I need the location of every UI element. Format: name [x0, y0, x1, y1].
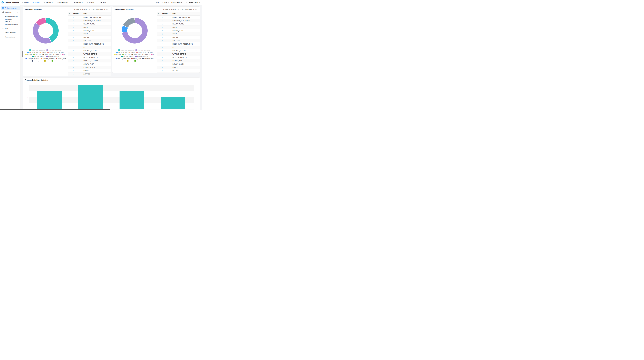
legend-swatch	[42, 54, 44, 55]
task-state-table: # Number State 6SUBMITTED_SUCCESS6RUNNIN…	[68, 12, 111, 76]
vertical-scrollbar-thumb[interactable]	[22, 51, 23, 57]
legend-item-dispatch[interactable]: DISPATCH	[52, 60, 60, 62]
legend-item-success[interactable]: SUCCESS	[122, 54, 130, 55]
legend-swatch	[29, 50, 31, 50]
nav-label: Security	[100, 2, 106, 3]
nav-item-project[interactable]: Project	[32, 2, 40, 3]
legend-item-stop[interactable]: STOP	[58, 52, 64, 53]
cell-state: SUBMITTED_SUCCESS	[172, 16, 200, 19]
nav-item-home[interactable]: Home	[22, 2, 28, 3]
legend-item-forced_success[interactable]: FORCED_SUCCESS	[40, 58, 54, 60]
brand[interactable]: DolphinScheduler	[1, 1, 20, 4]
dolphinscheduler-app: DolphinScheduler Home Project Resources …	[0, 0, 202, 110]
legend-item-serial_wait[interactable]: SERIAL_WAIT	[56, 58, 66, 60]
legend-swatch	[26, 58, 27, 59]
legend-item-submitted_success[interactable]: SUBMITTED_SUCCESS	[118, 49, 134, 51]
legend-swatch	[46, 56, 48, 57]
legend-item-waiting_depend[interactable]: WAITING_DEPEND	[135, 56, 148, 57]
nav-item-datasource[interactable]: Datasource	[72, 2, 82, 3]
process-state-donut-chart[interactable]	[122, 18, 148, 44]
legend-item-failure[interactable]: FAILURE	[114, 54, 121, 55]
legend-item-block[interactable]: BLOCK	[127, 60, 133, 62]
bar-admin[interactable]	[120, 91, 144, 110]
cell-index	[68, 29, 72, 32]
task-date-range-picker[interactable]: 2022-05-19 00:00:00 2022-05-19 17:51:21	[72, 8, 109, 11]
top-navbar: DolphinScheduler Home Project Resources …	[0, 0, 202, 5]
chevron-up-icon	[17, 12, 18, 13]
task-state-table-row: 0DISPATCH	[68, 72, 111, 76]
legend-item-pause[interactable]: PAUSE	[128, 52, 135, 53]
cell-state: SUCCESS	[172, 39, 200, 42]
legend-label: DISPATCH	[54, 60, 60, 62]
legend-item-running_execution[interactable]: RUNNING_EXECUTION	[135, 49, 151, 51]
legend-item-ready_pause[interactable]: READY_PAUSE	[116, 52, 128, 53]
legend-swatch	[25, 54, 26, 55]
task-state-donut-chart[interactable]	[33, 18, 58, 44]
cell-index	[68, 46, 72, 49]
legend-item-stop[interactable]: STOP	[148, 52, 153, 53]
legend-item-ready_block[interactable]: READY_BLOCK	[142, 58, 154, 60]
cell-index	[157, 39, 160, 42]
legend-item-waiting_thread[interactable]: WAITING_THREAD	[32, 56, 45, 57]
legend-item-block[interactable]: BLOCK	[44, 60, 50, 62]
legend-item-delay_execution[interactable]: DELAY_EXECUTION	[116, 58, 130, 60]
legend-item-kill[interactable]: KILL	[62, 54, 66, 55]
legend-item-ready_stop[interactable]: READY_STOP	[47, 52, 58, 53]
header-index: #	[157, 12, 160, 16]
cell-index	[157, 46, 160, 49]
sidebar-group-label: Workflow	[5, 11, 12, 13]
process-date-range-picker[interactable]: 2022-05-19 00:00:00 2022-05-19 17:51:21	[161, 8, 198, 11]
legend-item-serial_wait[interactable]: SERIAL_WAIT	[131, 58, 141, 60]
legend-item-dispatch[interactable]: DISPATCH	[134, 60, 142, 62]
legend-item-ready_pause[interactable]: READY_PAUSE	[27, 52, 38, 53]
language-select[interactable]: English	[162, 2, 169, 3]
bar-JamesGosling[interactable]	[37, 91, 62, 110]
cell-number: 0	[160, 26, 172, 29]
sidebar-item-project-overview[interactable]: Project Overview	[1, 6, 20, 10]
cell-index	[68, 66, 72, 69]
legend-item-need_fault_tolerance[interactable]: NEED_FAULT_TOLERANCE	[132, 54, 150, 55]
nav-item-resources[interactable]: Resources	[43, 2, 53, 3]
horizontal-scrollbar[interactable]	[0, 109, 110, 110]
nav-item-monitor[interactable]: Monitor	[86, 2, 94, 3]
legend-item-ready_block[interactable]: READY_BLOCK	[32, 60, 43, 62]
legend-item-pause[interactable]: PAUSE	[40, 52, 46, 53]
bar-shimin.an[interactable]	[160, 97, 185, 109]
process-definition-card: Process Definition Statistics 01234 Jame…	[23, 78, 200, 110]
legend-item-success[interactable]: SUCCESS	[33, 54, 41, 55]
legend-label: READY_BLOCK	[34, 60, 43, 62]
legend-swatch	[44, 60, 46, 62]
y-tick-label: 3	[28, 90, 28, 92]
sidebar-group-workflow[interactable]: Workflow	[1, 10, 20, 14]
legend-item-running_execution[interactable]: RUNNING_EXECUTION	[46, 49, 62, 51]
legend-item-kill[interactable]: KILL	[151, 54, 156, 55]
timezone-select[interactable]: Asia/Shanghai	[171, 2, 184, 3]
nav-label: Data Quality	[60, 2, 68, 3]
sidebar-item-task-instance[interactable]: Task Instance	[1, 35, 20, 39]
legend-label: SERIAL_WAIT	[58, 58, 66, 60]
legend-swatch	[116, 52, 118, 53]
nav-item-data-quality[interactable]: Data Quality	[57, 2, 68, 3]
cell-state: FORCED_SUCCESS	[82, 59, 111, 62]
sidebar-item-workflow-relation[interactable]: Workflow Relation	[1, 14, 20, 18]
header-state: State	[82, 12, 111, 16]
legend-item-ready_stop[interactable]: READY_STOP	[136, 52, 146, 53]
legend-item-submitted_success[interactable]: SUBMITTED_SUCCESS	[29, 49, 45, 51]
bar-cell	[29, 85, 70, 109]
legend-item-waiting_thread[interactable]: WAITING_THREAD	[121, 56, 134, 57]
sidebar-item-task-definition[interactable]: Task Definition	[1, 31, 20, 35]
legend-item-delay_execution[interactable]: DELAY_EXECUTION	[26, 58, 40, 60]
nav-item-security[interactable]: Security	[97, 2, 106, 3]
sidebar-item-workflow-definition[interactable]: Workflow Definition	[1, 18, 20, 22]
sidebar-item-workflow-instance[interactable]: Workflow Instance	[1, 23, 20, 26]
task-state-legend: SUBMITTED_SUCCESSRUNNING_EXECUTIONREADY_…	[24, 49, 68, 63]
legend-item-need_fault_tolerance[interactable]: NEED_FAULT_TOLERANCE	[42, 54, 61, 55]
sidebar-group-task[interactable]: Task	[1, 27, 20, 31]
legend-item-failure[interactable]: FAILURE	[25, 54, 32, 55]
theme-toggle[interactable]: Dark	[156, 2, 160, 3]
nav-label: Project	[34, 2, 40, 3]
process-definition-bar-chart[interactable]: 01234 JamesGoslingElonReeveMuskadminshim…	[23, 82, 200, 110]
legend-item-waiting_depend[interactable]: WAITING_DEPEND	[46, 56, 60, 57]
bar-ElonReeveMusk[interactable]	[78, 85, 103, 109]
user-menu[interactable]: JamesGosling	[186, 2, 200, 3]
